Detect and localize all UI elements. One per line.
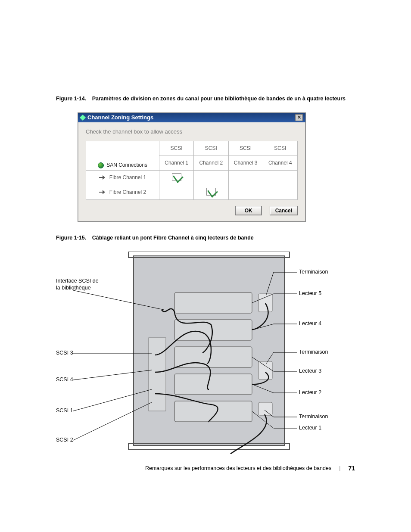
page-number: 71 <box>348 465 355 472</box>
svg-rect-3 <box>174 292 252 313</box>
ok-button[interactable]: OK <box>235 206 262 215</box>
checkbox-fc1-ch3[interactable] <box>228 170 263 185</box>
checkbox-fc2-ch2[interactable] <box>206 188 216 196</box>
footer-text: Remarques sur les performances des lecte… <box>145 465 331 471</box>
label-scsi-4: SCSI 4 <box>56 376 73 383</box>
checkbox-fc2-ch4[interactable] <box>263 185 297 199</box>
col-channel-3: Channel 3 <box>228 156 263 170</box>
checkbox-fc2-ch1[interactable] <box>159 185 194 199</box>
fibre-channel-1-label: Fibre Channel 1 <box>109 174 146 180</box>
col-scsi-1-top: SCSI <box>159 141 194 156</box>
label-scsi-3: SCSI 3 <box>56 350 73 356</box>
col-scsi-4-top: SCSI <box>263 141 297 156</box>
fibre-channel-icon <box>99 190 107 195</box>
col-scsi-3-top: SCSI <box>228 141 263 156</box>
footer-separator: | <box>339 465 340 471</box>
zoning-table: SAN Connections SCSI SCSI SCSI SCSI Chan… <box>86 141 298 200</box>
checkbox-fc1-ch2[interactable] <box>194 170 228 185</box>
label-term-3: Terminaison <box>299 414 328 420</box>
checkbox-fc1-ch4[interactable] <box>263 170 297 185</box>
label-term-1: Terminaison <box>299 269 328 275</box>
table-row: Fibre Channel 2 <box>86 185 298 199</box>
label-lecteur-1: Lecteur 1 <box>299 425 321 431</box>
figure-1-15-title: Câblage reliant un pont Fibre Channel à … <box>92 235 254 241</box>
col-channel-2: Channel 2 <box>194 156 228 170</box>
figure-1-14-title: Paramètres de division en zones du canal… <box>92 96 346 102</box>
svg-rect-10 <box>258 402 272 415</box>
label-lecteur-4: Lecteur 4 <box>299 320 321 327</box>
cabling-diagram: Interface SCSI de la bibliothèque SCSI 3… <box>73 252 314 454</box>
checkbox-fc1-ch1[interactable] <box>172 173 181 181</box>
label-scsi-1: SCSI 1 <box>56 408 73 414</box>
svg-rect-6 <box>174 374 252 395</box>
table-row: Fibre Channel 1 <box>86 170 298 185</box>
label-lecteur-2: Lecteur 2 <box>299 389 321 395</box>
figure-1-15-label: Figure 1-15. <box>56 235 86 241</box>
col-channel-4: Channel 4 <box>263 156 297 170</box>
svg-rect-7 <box>174 401 252 422</box>
col-scsi-2-top: SCSI <box>194 141 228 156</box>
globe-icon <box>98 162 104 168</box>
label-term-2: Terminaison <box>299 349 328 355</box>
label-lecteur-5: Lecteur 5 <box>299 290 321 296</box>
figure-1-14-caption: Figure 1-14. Paramètres de division en z… <box>56 95 355 103</box>
cancel-button[interactable]: Cancel <box>270 206 298 215</box>
fibre-channel-2-label: Fibre Channel 2 <box>109 189 146 195</box>
svg-rect-8 <box>258 294 272 312</box>
label-scsi-2: SCSI 2 <box>56 437 73 443</box>
checkbox-fc2-ch3[interactable] <box>228 185 263 199</box>
svg-rect-11 <box>149 338 166 411</box>
label-lecteur-3: Lecteur 3 <box>299 368 321 374</box>
page-footer: Remarques sur les performances des lecte… <box>145 465 355 472</box>
fibre-channel-icon <box>99 175 107 180</box>
col-channel-1: Channel 1 <box>159 156 194 170</box>
san-connections-header: SAN Connections <box>106 162 147 168</box>
close-icon[interactable]: ✕ <box>295 114 303 121</box>
dialog-title: Channel Zoning Settings <box>87 114 153 121</box>
figure-1-15-caption: Figure 1-15. Câblage reliant un pont Fib… <box>56 234 355 242</box>
dialog-titlebar: Channel Zoning Settings ✕ <box>78 113 305 122</box>
figure-1-14-label: Figure 1-14. <box>56 96 86 102</box>
dialog-hint: Check the channel box to allow access <box>86 128 298 135</box>
dialog-icon <box>80 115 86 121</box>
svg-rect-9 <box>258 361 272 380</box>
label-scsi-interface: Interface SCSI de la bibliothèque <box>56 277 103 292</box>
diagram-svg <box>73 252 314 454</box>
channel-zoning-dialog: Channel Zoning Settings ✕ Check the chan… <box>78 112 306 222</box>
